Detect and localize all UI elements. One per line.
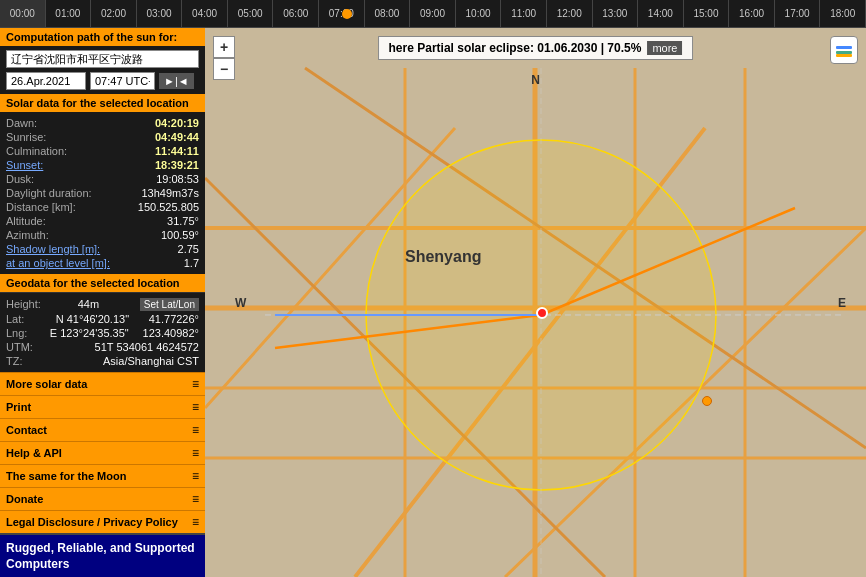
timeline-hour-0400[interactable]: 04:00 [182,0,228,27]
solar-value-7: 31.75° [167,215,199,227]
zoom-out-button[interactable]: − [213,58,235,80]
solar-value-8: 100.59° [161,229,199,241]
menu-label-moon: The same for the Moon [6,470,126,482]
timeline-hour-0900[interactable]: 09:00 [410,0,456,27]
solar-label-4: Dusk: [6,173,34,185]
svg-line-11 [205,128,455,408]
timeline-bar[interactable]: 00:0001:0002:0003:0004:0005:0006:0007:00… [0,0,866,28]
timeline-hour-0500[interactable]: 05:00 [228,0,274,27]
solar-row-9: Shadow length [m]:2.75 [6,242,199,256]
svg-line-15 [305,68,866,448]
solar-label-2: Culmination: [6,145,67,157]
geodata-header: Geodata for the selected location [0,274,205,292]
menu-item-help-api[interactable]: Help & API≡ [0,441,205,464]
solar-row-5: Daylight duration:13h49m37s [6,186,199,200]
map-svg [205,28,866,577]
menu-label-print: Print [6,401,31,413]
svg-line-14 [205,178,605,577]
solar-row-7: Altitude:31.75° [6,214,199,228]
lng-row: Lng: E 123°24'35.35" 123.40982° [6,326,199,340]
nav-button[interactable]: ►|◄ [159,73,194,89]
timeline-hour-0800[interactable]: 08:00 [365,0,411,27]
layer-button[interactable] [830,36,858,64]
map-container[interactable]: here Partial solar eclipse: 01.06.2030 |… [205,28,866,577]
solar-label-6: Distance [km]: [6,201,76,213]
expand-icon-help-api: ≡ [192,446,199,460]
set-lat-button[interactable]: Set Lat/Lon [140,298,199,311]
compass-n: N [531,73,540,87]
solar-label-8: Azimuth: [6,229,49,241]
date-input[interactable] [6,72,86,90]
svg-line-13 [505,228,866,577]
solar-value-2: 11:44:11 [155,145,199,157]
computation-title: Computation path of the sun for: [6,31,177,43]
utm-value: 51T 534061 4624572 [95,341,199,353]
zoom-controls: + − [213,36,235,80]
menu-item-legal[interactable]: Legal Disclosure / Privacy Policy≡ [0,510,205,533]
solar-row-1: Sunrise:04:49:44 [6,130,199,144]
solar-label-10: at an object level [m]: [6,257,110,269]
ad-banner: Rugged, Reliable, and Supported Computer… [0,533,205,577]
timeline-hour-1800[interactable]: 18:00 [820,0,866,27]
lat-row: Lat: N 41°46'20.13" 41.77226° [6,312,199,326]
main-layout: Computation path of the sun for: ►|◄ Sol… [0,28,866,577]
menu-label-contact: Contact [6,424,47,436]
timeline-hour-1500[interactable]: 15:00 [684,0,730,27]
time-input[interactable] [90,72,155,90]
menu-label-legal: Legal Disclosure / Privacy Policy [6,516,178,528]
orange-marker [702,396,712,406]
timeline-indicator [342,9,352,19]
svg-line-12 [355,128,705,577]
timeline-hour-0600[interactable]: 06:00 [273,0,319,27]
menu-label-more-solar: More solar data [6,378,87,390]
timeline-hour-0200[interactable]: 02:00 [91,0,137,27]
menu-item-more-solar[interactable]: More solar data≡ [0,372,205,395]
solar-data-title: Solar data for the selected location [6,97,189,109]
geodata-section: Height: 44m Set Lat/Lon Lat: N 41°46'20.… [0,292,205,372]
menu-label-help-api: Help & API [6,447,62,459]
solar-label-0: Dawn: [6,117,37,129]
solar-data-section: Dawn:04:20:19Sunrise:04:49:44Culmination… [0,112,205,274]
timeline-hour-1600[interactable]: 16:00 [729,0,775,27]
location-section: ►|◄ [0,46,205,94]
expand-icon-donate: ≡ [192,492,199,506]
more-button[interactable]: more [647,41,682,55]
timeline-hour-0000[interactable]: 00:00 [0,0,46,27]
timeline-hour-0300[interactable]: 03:00 [137,0,183,27]
solar-value-0: 04:20:19 [155,117,199,129]
timeline-hour-1000[interactable]: 10:00 [456,0,502,27]
timeline-hour-1400[interactable]: 14:00 [638,0,684,27]
lat-dec: 41.77226° [149,313,199,325]
solar-row-2: Culmination:11:44:11 [6,144,199,158]
eclipse-text: here Partial solar eclipse: 01.06.2030 |… [389,41,642,55]
zoom-in-button[interactable]: + [213,36,235,58]
solar-row-0: Dawn:04:20:19 [6,116,199,130]
timeline-hour-0100[interactable]: 01:00 [46,0,92,27]
lat-deg: N 41°46'20.13" [56,313,129,325]
lng-deg: E 123°24'35.35" [50,327,129,339]
timeline-hour-1100[interactable]: 11:00 [501,0,547,27]
lng-label: Lng: [6,327,36,339]
timeline-hour-1300[interactable]: 13:00 [593,0,639,27]
solar-label-5: Daylight duration: [6,187,92,199]
eclipse-notification: here Partial solar eclipse: 01.06.2030 |… [378,36,694,60]
location-input[interactable] [6,50,199,68]
expand-icon-legal: ≡ [192,515,199,529]
computation-header: Computation path of the sun for: [0,28,205,46]
timeline-hour-1200[interactable]: 12:00 [547,0,593,27]
solar-row-10: at an object level [m]:1.7 [6,256,199,270]
timeline-hour-1700[interactable]: 17:00 [775,0,821,27]
date-row: ►|◄ [6,72,199,90]
menu-item-print[interactable]: Print≡ [0,395,205,418]
lng-dec: 123.40982° [143,327,199,339]
utm-row: UTM: 51T 534061 4624572 [6,340,199,354]
tz-row: TZ: Asia/Shanghai CST [6,354,199,368]
menu-item-moon[interactable]: The same for the Moon≡ [0,464,205,487]
expand-icon-print: ≡ [192,400,199,414]
layers-icon [835,41,853,59]
solar-data-header: Solar data for the selected location [0,94,205,112]
solar-value-4: 19:08:53 [156,173,199,185]
menu-item-donate[interactable]: Donate≡ [0,487,205,510]
menu-item-contact[interactable]: Contact≡ [0,418,205,441]
left-panel: Computation path of the sun for: ►|◄ Sol… [0,28,205,577]
